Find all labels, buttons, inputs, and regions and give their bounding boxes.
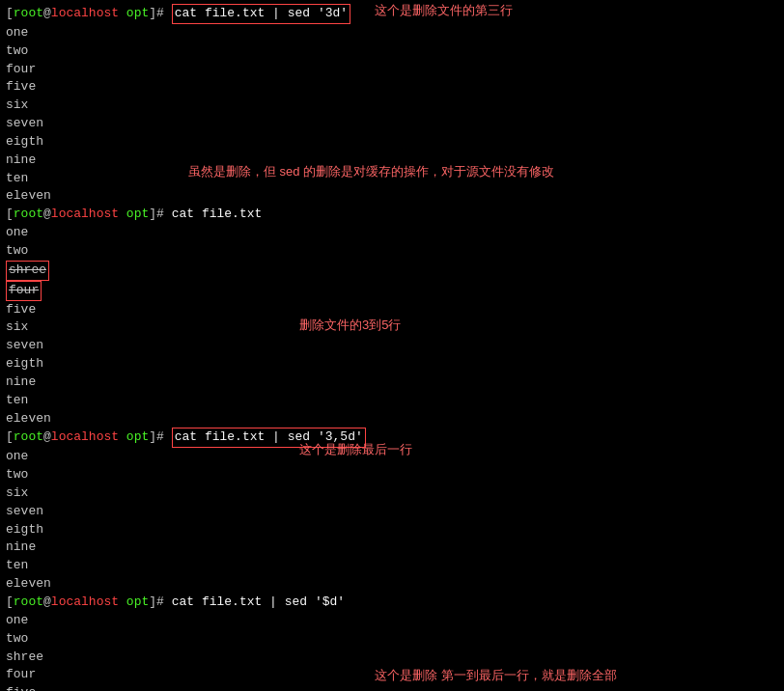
annotation-4: 这个是删除最后一行 — [299, 441, 412, 459]
output: one — [6, 224, 778, 242]
output: eleven — [6, 575, 778, 594]
prompt-hash: # — [156, 5, 172, 23]
output: four — [6, 61, 778, 79]
strikethrough-four: four — [6, 281, 42, 301]
output: eigth — [6, 133, 778, 152]
output: eleven — [6, 410, 778, 428]
annotation-5: 这个是删除 第一到最后一行，就是删除全部 — [375, 667, 617, 685]
cmd-line-2: [root@localhost opt]# cat file.txt — [6, 206, 778, 224]
prompt-host: localhost — [51, 5, 119, 23]
output: shree — [6, 261, 778, 281]
output: shree — [6, 649, 778, 667]
annotation-2: 虽然是删除，但 sed 的删除是对缓存的操作，对于源文件没有修改 — [188, 163, 554, 181]
output: two — [6, 630, 778, 649]
cmd-4: cat file.txt | sed '$d' — [172, 594, 345, 612]
output: seven — [6, 115, 778, 133]
output: six — [6, 484, 778, 503]
output: two — [6, 242, 778, 261]
output: two — [6, 466, 778, 484]
output: seven — [6, 503, 778, 521]
terminal: [root@localhost opt]# cat file.txt | sed… — [0, 0, 784, 691]
output: seven — [6, 337, 778, 355]
output: nine — [6, 539, 778, 557]
prompt-path: opt — [119, 5, 149, 23]
output: one — [6, 612, 778, 630]
output: nine — [6, 373, 778, 392]
output: two — [6, 42, 778, 61]
cmd-2: cat file.txt — [172, 206, 263, 224]
prompt-at: @ — [43, 5, 51, 23]
prompt-user: root — [14, 5, 43, 23]
output: five — [6, 78, 778, 97]
annotation-3: 删除文件的3到5行 — [299, 317, 401, 335]
output: eleven — [6, 187, 778, 206]
output: eigth — [6, 521, 778, 539]
output: four — [6, 281, 778, 301]
cmd-line-4: [root@localhost opt]# cat file.txt | sed… — [6, 594, 778, 612]
output: six — [6, 97, 778, 115]
output: ten — [6, 557, 778, 575]
output: five — [6, 684, 778, 691]
bracket-open: [ — [6, 5, 14, 23]
cmd-1: cat file.txt | sed '3d' — [172, 4, 350, 24]
output: ten — [6, 392, 778, 410]
strikethrough-shree: shree — [6, 261, 49, 281]
output: one — [6, 24, 778, 42]
bracket-close: ] — [149, 5, 156, 23]
output: eigth — [6, 355, 778, 373]
annotation-1: 这个是删除文件的第三行 — [375, 2, 513, 20]
